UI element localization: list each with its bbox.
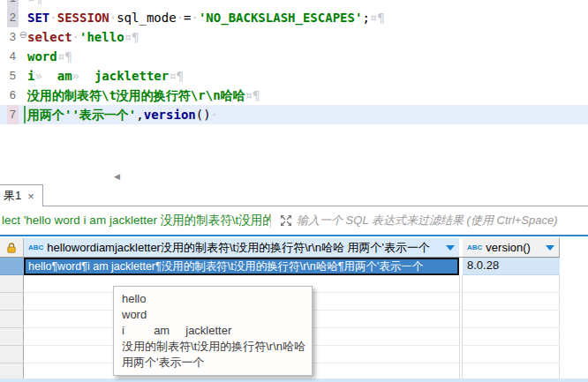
token: () [196,108,211,122]
editor-lines: 1¤¶2SET·SESSION·sql_mode·=·'NO_BACKSLASH… [0,0,588,124]
editor-line[interactable]: 3⊖select·'hello¤¶ [0,27,588,47]
line-number-gutter: 5 [0,66,24,86]
line-number-gutter: 3⊖ [0,27,24,47]
line-number: 4 [7,47,19,66]
line-number: 5 [7,66,19,86]
version-cell[interactable]: 8.0.28 [463,258,560,275]
editor-line[interactable]: 1¤¶ [0,0,588,8]
tooltip-line: hello [122,291,304,307]
token: » [72,69,94,83]
tab-results-1[interactable]: 果1 × [0,184,43,206]
token: · [177,11,184,25]
filter-input[interactable]: 输入一个 SQL 表达式来过滤结果 (使用 Ctrl+Space) [297,213,558,228]
token: · [192,11,199,25]
token: version [144,108,196,122]
line-number-gutter: 6 [0,86,24,105]
token: 用两个''表示一个' [27,108,136,122]
caret-bar [24,106,26,124]
row-header-cell[interactable] [0,346,24,363]
line-number: 1 [7,0,19,8]
token: » [34,69,57,83]
code-text[interactable]: word¤¶ [24,47,588,66]
tab-strip-line [43,184,588,206]
editor-line[interactable]: 7用两个''表示一个',version()· [0,105,588,124]
token: ¤¶ [245,88,260,102]
token: ¤¶ [124,30,139,44]
token: · [49,11,57,25]
code-text[interactable]: select·'hello¤¶ [24,27,588,47]
tooltip-line: 用两个'表示一个 [122,355,304,371]
cell-tooltip: hellowordi am jackletter没用的制表符\t没用的换行符\r… [113,286,313,376]
row-header-cell[interactable] [0,258,24,275]
line-number-gutter: 2 [0,8,24,27]
token: · [211,108,218,122]
token: jackletter [94,69,169,83]
code-text[interactable]: ¤¶ [24,0,588,8]
row-header-cell[interactable] [0,293,24,311]
token: , [136,108,143,122]
token: ¤¶ [57,49,72,64]
sql-editor-window: 1¤¶2SET·SESSION·sql_mode·=·'NO_BACKSLASH… [0,0,588,382]
token: · [109,11,117,25]
token: SESSION [57,11,109,25]
token: ¤¶ [370,11,385,25]
code-text[interactable]: i» am» jackletter¤¶ [24,66,588,86]
chevron-down-icon[interactable] [546,245,554,251]
tooltip-line: word [122,307,304,323]
column-header-label: hellowordiamjackletter没用的制表符\t没用的换行符\r\n… [47,240,442,256]
sql-editor[interactable]: 1¤¶2SET·SESSION·sql_mode·=·'NO_BACKSLASH… [0,0,588,174]
result-filter-bar[interactable]: lect 'hello word i am jackletter 没用的制表符\… [0,206,588,236]
status-bar-strip [0,378,588,382]
column-header-result[interactable]: ABC hellowordiamjackletter没用的制表符\t没用的换行符… [24,238,459,258]
token: 'NO_BACKSLASH_ESCAPES' [199,11,362,25]
code-text[interactable]: SET·SESSION·sql_mode·=·'NO_BACKSLASH_ESC… [24,8,588,27]
token: 没用的制表符\t没用的换行符\r\n哈哈 [27,88,245,102]
chevron-down-icon[interactable] [446,245,455,251]
divider [270,213,271,228]
line-number-gutter: 7 [0,105,24,124]
token: SET [27,11,49,25]
code-text[interactable]: 用两个''表示一个',version()· [24,105,588,124]
table-row: hello¶word¶i am jackletter¶没用的制表符\t没用的换行… [0,258,560,275]
tab-label: 果1 [4,188,21,204]
token: 'hello [79,30,124,44]
editor-line[interactable]: 5i» am» jackletter¤¶ [0,66,588,86]
line-number: 2 [7,8,19,27]
token: sql_mode [117,11,176,25]
grid-header-row: ABC hellowordiamjackletter没用的制表符\t没用的换行符… [0,238,560,258]
grid-corner-cell[interactable] [0,238,24,258]
expand-arrows-icon[interactable] [280,214,292,227]
line-number-gutter: 1 [0,0,24,8]
column-header-version[interactable]: ABC version() [463,238,560,258]
selected-cell[interactable]: hello¶word¶i am jackletter¶没用的制表符\t没用的换行… [24,258,459,275]
string-type-icon: ABC [28,243,43,251]
code-text[interactable]: 没用的制表符\t没用的换行符\r\n哈哈¤¶ [24,86,588,105]
string-type-icon: ABC [467,243,482,251]
editor-line[interactable]: 6没用的制表符\t没用的换行符\r\n哈哈¤¶ [0,86,588,105]
row-header-cell[interactable] [0,311,24,328]
results-tab-strip: 果1 × [0,184,588,206]
scroll-left-icon[interactable]: ◀ [114,172,120,181]
column-header-label: version() [486,241,542,254]
line-number: 3 [7,27,19,47]
token: ; [362,11,369,25]
tooltip-line: 没用的制表符\t没用的换行符\r\n哈哈 [122,339,304,355]
row-header-cell[interactable] [0,275,24,293]
token: word [27,49,57,64]
token: select [27,30,72,44]
line-number: 6 [7,86,19,105]
lock-icon [7,243,16,253]
token: am [57,69,72,83]
token: ¤¶ [169,69,184,83]
fold-collapse-icon[interactable]: ⊖ [19,30,27,40]
close-icon[interactable]: × [27,191,34,202]
editor-line[interactable]: 2SET·SESSION·sql_mode·=·'NO_BACKSLASH_ES… [0,8,588,27]
token: · [72,30,79,44]
line-number: 7 [7,105,19,124]
token: ¤¶ [27,0,42,5]
row-header-cell[interactable] [0,328,24,346]
query-preview-text: lect 'hello word i am jackletter 没用的制表符\… [0,213,270,228]
editor-line[interactable]: 4word¤¶ [0,47,588,66]
tooltip-line: i am jackletter [122,323,304,339]
token: = [184,11,191,25]
